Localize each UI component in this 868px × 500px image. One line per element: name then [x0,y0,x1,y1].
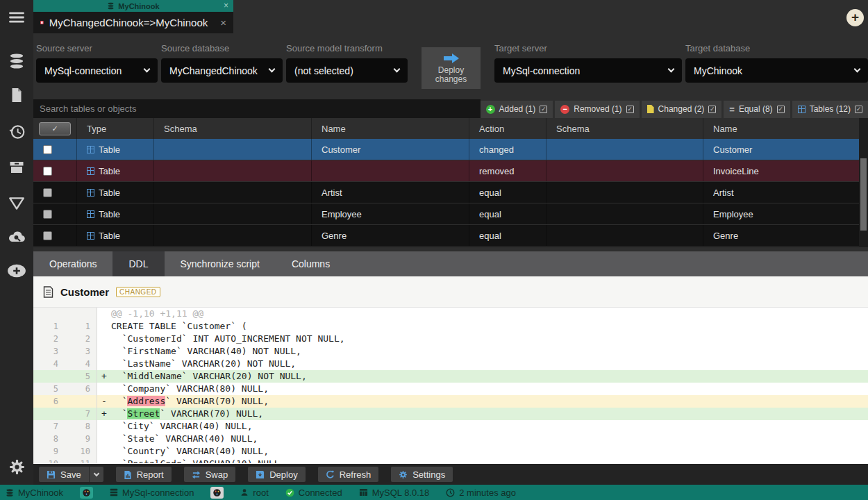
refresh-button[interactable]: Refresh [318,467,379,482]
row-check-cell [33,203,77,224]
diff-line: 3 3 `FirstName` VARCHAR(40) NOT NULL, [33,345,868,358]
old-line-number: 8 [33,433,65,445]
triangle-down-icon[interactable] [0,196,33,211]
row-schema [154,182,312,203]
diff-code: `MiddleName` VARCHAR(20) NOT NULL, [111,370,307,383]
source-server-select[interactable]: MySql-connection [36,58,158,83]
history-icon[interactable] [0,123,33,141]
source-transform-value: (not selected) [294,65,353,76]
save-menu-button[interactable] [89,467,103,482]
report-button[interactable]: Report [116,467,172,482]
database-color-button[interactable] [80,487,93,499]
table-row[interactable]: Table Employee equal Employee [33,203,859,225]
target-server-label: Target server [494,43,682,53]
filter-label: Equal (8) [739,104,773,114]
row-checkbox[interactable] [43,231,52,240]
source-database-select[interactable]: MyChangedChinook [161,58,283,83]
row-type: Table [99,144,120,155]
old-line-number: 5 [33,383,65,395]
diff-line: 10 11 `PostalCode` VARCHAR(10) NULL [33,458,868,463]
target-server-select[interactable]: MySql-connection [494,58,682,83]
deploy-button[interactable]: Deploy [248,467,305,482]
header-action[interactable]: Action [469,118,546,139]
connection-color-button[interactable] [210,487,224,499]
target-database-select[interactable]: MyChinook [685,58,868,83]
archive-icon[interactable] [0,159,33,176]
header-name-target[interactable]: Name [703,118,859,139]
chevron-down-icon [668,66,675,73]
filter-badge[interactable]: Added (1) [481,101,553,118]
diff-line: 6 - `Address` VARCHAR(70) NULL, [33,395,868,408]
status-database[interactable]: MyChinook [6,488,63,498]
source-database-label: Source database [161,43,283,53]
table-row[interactable]: Table Genre equal Genre [33,225,859,247]
row-type: Table [99,231,120,241]
cloud-search-icon[interactable] [0,230,33,244]
close-icon[interactable]: × [220,17,226,28]
settings-gear-icon[interactable] [0,458,33,476]
search-row: Added (1) Removed (1) Changed (2) = Equa… [33,99,868,118]
deploy-changes-button[interactable]: Deploy changes [422,47,481,89]
ddl-panel: Customer CHANGED @@ -1,10 +1,11 @@ 1 1 C… [33,276,868,464]
row-checkbox[interactable] [43,167,52,176]
add-tab-button[interactable]: + [846,9,864,26]
source-transform-select[interactable]: (not selected) [286,58,408,83]
filter-badge[interactable]: Changed (2) [642,101,722,118]
chevron-down-icon [394,66,401,73]
target-server-group: Target server MySql-connection [494,43,682,83]
header-type[interactable]: Type [77,118,154,139]
checkbox-icon[interactable] [777,106,785,113]
file-icon[interactable] [0,87,33,103]
status-refresh-label: 2 minutes ago [459,488,516,498]
swap-button[interactable]: Swap [184,467,236,482]
new-line-number: 4 [65,358,97,370]
header-schema-target[interactable]: Schema [546,118,703,139]
status-connection[interactable]: MySql-connection [110,488,194,498]
filter-label: Added (1) [499,104,536,114]
checkbox-icon[interactable] [626,106,634,113]
filter-badge[interactable]: Removed (1) [555,101,639,118]
old-line-number: 9 [33,445,65,458]
menu-icon[interactable] [0,8,33,26]
header-name[interactable]: Name [312,118,469,139]
new-line-number [65,308,97,320]
row-checkbox[interactable] [43,145,52,154]
table-icon [87,167,94,175]
detail-tab-columns[interactable]: Columns [276,251,346,276]
checkbox-icon[interactable] [855,106,862,113]
header-schema[interactable]: Schema [154,118,312,139]
add-circle-icon[interactable] [0,264,33,278]
row-checkbox[interactable] [43,210,52,219]
arrow-right-icon [442,53,460,64]
grid-scrollbar[interactable] [859,118,868,247]
ddl-diff-view[interactable]: @@ -1,10 +1,11 @@ 1 1 CREATE TABLE `Cust… [33,308,868,463]
table-row[interactable]: Table removed InvoiceLine [33,160,859,182]
detail-tab-operations[interactable]: Operations [33,251,112,276]
settings-button[interactable]: Settings [391,467,453,482]
left-sidebar [0,0,33,485]
checkbox-icon[interactable] [708,106,716,113]
select-all-button[interactable] [39,122,71,135]
row-action: changed [469,139,546,160]
row-schema [154,225,312,246]
search-input[interactable] [33,99,481,118]
table-row[interactable]: Table Customer changed Customer [33,139,859,160]
filter-badges: Added (1) Removed (1) Changed (2) = Equa… [481,99,868,118]
status-database-label: MyChinook [18,488,63,498]
tab-mychinook[interactable]: MyChinook × [33,0,233,12]
databases-icon[interactable] [0,52,33,70]
scrollbar-thumb[interactable] [860,158,867,231]
checkbox-icon[interactable] [540,106,547,113]
tab-comparison[interactable]: MyChangedChinook=>MyChinook × [33,12,233,33]
row-checkbox[interactable] [43,188,52,197]
tab-strip: MyChinook × MyChangedChinook=>MyChinook … [33,0,868,33]
save-button[interactable]: Save [39,467,89,482]
detail-tab-ddl[interactable]: DDL [112,251,164,276]
filter-badge[interactable]: = Equal (8) [724,101,790,118]
close-icon[interactable]: × [224,0,228,11]
tables-icon [798,106,806,113]
row-action: equal [469,203,546,224]
detail-tab-synchronize-script[interactable]: Synchronize script [165,251,276,276]
table-row[interactable]: Table Artist equal Artist [33,182,859,203]
filter-badge[interactable]: Tables (12) [792,101,868,118]
